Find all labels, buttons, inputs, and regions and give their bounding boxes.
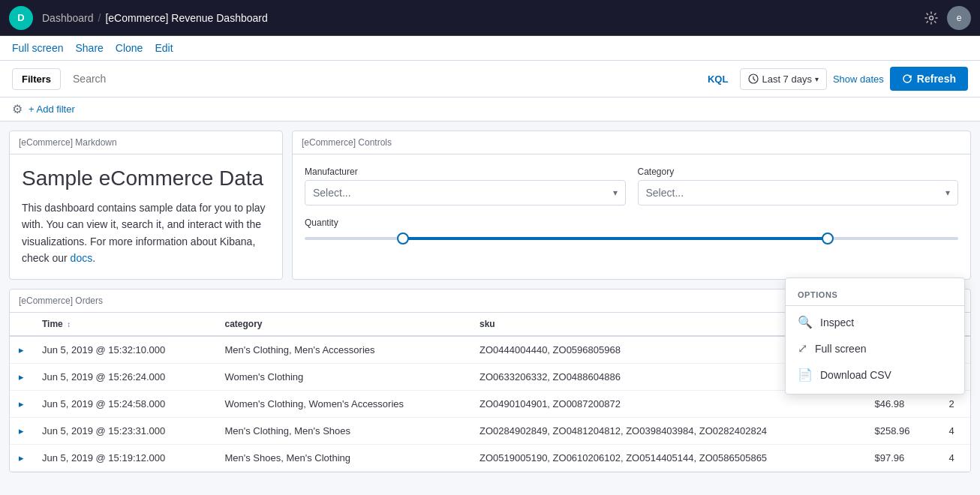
controls-panel-body: Manufacturer Select... ▾ Category Select… bbox=[293, 154, 970, 258]
top-row: [eCommerce] Markdown Sample eCommerce Da… bbox=[9, 130, 971, 280]
refresh-button[interactable]: Refresh bbox=[890, 67, 968, 91]
manufacturer-placeholder: Select... bbox=[313, 187, 351, 199]
category-select[interactable]: Select... ▾ bbox=[638, 180, 959, 206]
quantity-control: Quantity bbox=[305, 218, 958, 246]
time-picker[interactable]: Last 7 days ▾ bbox=[740, 68, 827, 90]
markdown-text: This dashboard contains sample data for … bbox=[22, 200, 270, 267]
options-title: OPTIONS bbox=[786, 284, 964, 306]
slider-track bbox=[305, 237, 958, 240]
option-icon: 📄 bbox=[798, 368, 813, 382]
taxful-cell: $97.96 bbox=[865, 444, 939, 471]
count-cell: 4 bbox=[940, 417, 970, 444]
category-cell: Women's Clothing bbox=[215, 363, 470, 390]
settings-icon-button[interactable] bbox=[924, 11, 938, 25]
expand-cell[interactable]: ▸ bbox=[10, 363, 33, 390]
table-row: ▸ Jun 5, 2019 @ 15:23:31.000 Men's Cloth… bbox=[10, 417, 970, 444]
category-control: Category Select... ▾ bbox=[638, 166, 959, 206]
manufacturer-label: Manufacturer bbox=[305, 166, 626, 177]
option-label: Full screen bbox=[815, 343, 866, 355]
options-items: 🔍Inspect⤢Full screen📄Download CSV bbox=[786, 309, 964, 388]
taxful-cell: $258.96 bbox=[865, 417, 939, 444]
slider-thumb-left[interactable] bbox=[397, 232, 409, 244]
docs-link[interactable]: docs bbox=[71, 252, 93, 264]
slider-fill bbox=[403, 237, 828, 240]
expand-cell[interactable]: ▸ bbox=[10, 417, 33, 444]
col-category[interactable]: category bbox=[215, 313, 470, 336]
edit-link[interactable]: Edit bbox=[155, 42, 173, 54]
breadcrumb-sep: / bbox=[98, 12, 101, 24]
show-dates-button[interactable]: Show dates bbox=[833, 74, 884, 85]
options-item-download-csv[interactable]: 📄Download CSV bbox=[786, 362, 964, 388]
markdown-heading: Sample eCommerce Data bbox=[22, 166, 270, 190]
time-cell: Jun 5, 2019 @ 15:23:31.000 bbox=[33, 417, 215, 444]
options-item-inspect[interactable]: 🔍Inspect bbox=[786, 309, 964, 335]
share-link[interactable]: Share bbox=[75, 42, 103, 54]
option-icon: 🔍 bbox=[798, 315, 813, 329]
sku-cell: ZO0519005190, ZO0610206102, ZO0514405144… bbox=[470, 444, 865, 471]
time-cell: Jun 5, 2019 @ 15:26:24.000 bbox=[33, 363, 215, 390]
category-placeholder: Select... bbox=[646, 187, 684, 199]
options-item-full-screen[interactable]: ⤢Full screen bbox=[786, 335, 964, 362]
markdown-panel: [eCommerce] Markdown Sample eCommerce Da… bbox=[9, 130, 283, 280]
expand-cell[interactable]: ▸ bbox=[10, 444, 33, 471]
quantity-slider[interactable] bbox=[305, 231, 958, 246]
top-bar-icons: e bbox=[924, 6, 971, 30]
add-filter-link[interactable]: + Add filter bbox=[29, 104, 75, 115]
filters-button[interactable]: Filters bbox=[12, 68, 61, 90]
markdown-panel-body: Sample eCommerce Data This dashboard con… bbox=[10, 154, 282, 279]
category-cell: Men's Clothing, Men's Shoes bbox=[215, 417, 470, 444]
controls-grid: Manufacturer Select... ▾ Category Select… bbox=[305, 166, 958, 206]
options-dropdown: OPTIONS 🔍Inspect⤢Full screen📄Download CS… bbox=[785, 278, 965, 394]
quantity-label: Quantity bbox=[305, 218, 958, 228]
sku-cell: ZO0284902849, ZO0481204812, ZO0398403984… bbox=[470, 417, 865, 444]
count-cell: 4 bbox=[940, 444, 970, 471]
manufacturer-control: Manufacturer Select... ▾ bbox=[305, 166, 626, 206]
col-expand bbox=[10, 313, 33, 336]
clone-link[interactable]: Clone bbox=[116, 42, 143, 54]
time-cell: Jun 5, 2019 @ 15:24:58.000 bbox=[33, 390, 215, 417]
action-bar: Full screen Share Clone Edit bbox=[0, 36, 980, 61]
option-icon: ⤢ bbox=[798, 341, 807, 356]
chevron-down-icon: ▾ bbox=[815, 75, 819, 83]
user-avatar[interactable]: e bbox=[947, 6, 971, 30]
slider-thumb-right[interactable] bbox=[822, 232, 834, 244]
manufacturer-select[interactable]: Select... ▾ bbox=[305, 180, 626, 206]
markdown-panel-title: [eCommerce] Markdown bbox=[10, 131, 282, 154]
manufacturer-chevron-icon: ▾ bbox=[613, 188, 618, 198]
kql-button[interactable]: KQL bbox=[702, 70, 734, 88]
search-input[interactable] bbox=[67, 68, 696, 89]
expand-cell[interactable]: ▸ bbox=[10, 336, 33, 364]
svg-point-0 bbox=[930, 16, 933, 20]
app-avatar[interactable]: D bbox=[9, 6, 33, 30]
controls-panel: [eCommerce] Controls Manufacturer Select… bbox=[292, 130, 971, 280]
settings-icon bbox=[924, 11, 938, 25]
refresh-icon bbox=[902, 74, 912, 84]
breadcrumb: Dashboard / [eCommerce] Revenue Dashboar… bbox=[42, 12, 924, 24]
option-label: Inspect bbox=[820, 316, 854, 328]
breadcrumb-current: [eCommerce] Revenue Dashboard bbox=[105, 12, 267, 24]
refresh-label: Refresh bbox=[917, 73, 956, 85]
add-filter-row: ⚙ + Add filter bbox=[0, 98, 980, 122]
category-chevron-icon: ▾ bbox=[945, 188, 950, 198]
time-cell: Jun 5, 2019 @ 15:19:12.000 bbox=[33, 444, 215, 471]
gear-icon[interactable]: ⚙ bbox=[12, 102, 23, 116]
expand-cell[interactable]: ▸ bbox=[10, 390, 33, 417]
option-label: Download CSV bbox=[820, 369, 891, 381]
category-label: Category bbox=[638, 166, 959, 177]
top-bar: D Dashboard / [eCommerce] Revenue Dashbo… bbox=[0, 0, 980, 36]
time-cell: Jun 5, 2019 @ 15:32:10.000 bbox=[33, 336, 215, 364]
category-cell: Men's Shoes, Men's Clothing bbox=[215, 444, 470, 471]
filter-bar: Filters KQL Last 7 days ▾ Show dates Ref… bbox=[0, 61, 980, 98]
fullscreen-link[interactable]: Full screen bbox=[12, 42, 63, 54]
table-row: ▸ Jun 5, 2019 @ 15:19:12.000 Men's Shoes… bbox=[10, 444, 970, 471]
category-cell: Women's Clothing, Women's Accessories bbox=[215, 390, 470, 417]
breadcrumb-home[interactable]: Dashboard bbox=[42, 12, 94, 24]
time-label: Last 7 days bbox=[762, 74, 812, 85]
category-cell: Men's Clothing, Men's Accessories bbox=[215, 336, 470, 364]
clock-icon bbox=[748, 74, 759, 84]
controls-panel-title: [eCommerce] Controls bbox=[293, 131, 970, 154]
col-time[interactable]: Time ↕ bbox=[33, 313, 215, 336]
sort-icon: ↕ bbox=[67, 320, 71, 328]
